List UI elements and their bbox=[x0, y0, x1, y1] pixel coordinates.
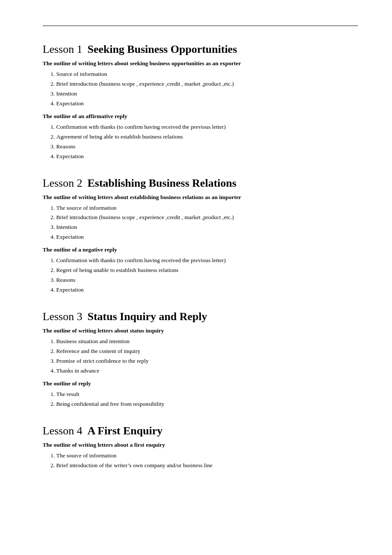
list-item: Expectation bbox=[56, 99, 358, 109]
list-item: Regret of being unable to establish busi… bbox=[56, 266, 358, 275]
list-item: Brief introduction of the writer’s own c… bbox=[56, 461, 358, 471]
outline-heading-lesson3-0: The outline of writing letters about sta… bbox=[43, 327, 358, 334]
list-item: Intention bbox=[56, 223, 358, 232]
lesson-name-lesson3: Status Inquiry and Reply bbox=[87, 310, 207, 323]
lesson-name-lesson4: A First Enquiry bbox=[87, 425, 162, 437]
list-item: The result bbox=[56, 390, 358, 399]
outline-list-lesson1-0: Source of informationBrief introduction … bbox=[56, 69, 358, 109]
lesson-section-lesson3: Lesson 3Status Inquiry and ReplyThe outl… bbox=[43, 310, 358, 409]
list-item: Reasons bbox=[56, 275, 358, 285]
outline-list-lesson2-0: The source of informationBrief introduct… bbox=[56, 203, 358, 243]
top-divider bbox=[43, 26, 358, 26]
list-item: Thanks in advance bbox=[56, 366, 358, 376]
list-item: Intention bbox=[56, 89, 358, 99]
list-item: Being confidential and free from respons… bbox=[56, 399, 358, 409]
outline-heading-lesson1-1: The outline of an affirmative reply bbox=[43, 113, 358, 120]
outline-list-lesson1-1: Confirmation with thanks (to confirm hav… bbox=[56, 122, 358, 162]
list-item: The source of information bbox=[56, 203, 358, 213]
outline-list-lesson3-0: Business situation and intentionReferenc… bbox=[56, 337, 358, 376]
list-item: Confirmation with thanks (to confirm hav… bbox=[56, 122, 358, 132]
lesson-name-lesson1: Seeking Business Opportunities bbox=[87, 43, 237, 56]
outline-heading-lesson2-0: The outline of writing letters about est… bbox=[43, 194, 358, 201]
list-item: Confirmation with thanks (to confirm hav… bbox=[56, 256, 358, 266]
list-item: Expectation bbox=[56, 152, 358, 162]
list-item: The source of information bbox=[56, 451, 358, 461]
outline-heading-lesson3-1: The outline of reply bbox=[43, 380, 358, 387]
list-item: Source of information bbox=[56, 69, 358, 79]
lesson-number-lesson2: Lesson 2 bbox=[43, 177, 82, 190]
list-item: Expectation bbox=[56, 232, 358, 242]
outline-list-lesson4-0: The source of informationBrief introduct… bbox=[56, 451, 358, 471]
outline-heading-lesson4-0: The outline of writing letters about a f… bbox=[43, 442, 358, 448]
lesson-title-lesson3: Lesson 3Status Inquiry and Reply bbox=[43, 310, 358, 323]
lesson-title-lesson4: Lesson 4A First Enquiry bbox=[43, 425, 358, 437]
list-item: Promise of strict confidence to the repl… bbox=[56, 356, 358, 366]
list-item: Brief introduction (business scope , exp… bbox=[56, 79, 358, 89]
list-item: Reasons bbox=[56, 142, 358, 152]
outline-heading-lesson2-1: The outline of a negative reply bbox=[43, 246, 358, 253]
outline-heading-lesson1-0: The outline of writing letters about see… bbox=[43, 60, 358, 67]
list-item: Brief introduction (business scope , exp… bbox=[56, 213, 358, 223]
list-item: Agreement of being able to establish bus… bbox=[56, 132, 358, 142]
lesson-number-lesson4: Lesson 4 bbox=[43, 425, 82, 437]
lesson-number-lesson3: Lesson 3 bbox=[43, 310, 82, 323]
lesson-section-lesson1: Lesson 1Seeking Business OpportunitiesTh… bbox=[43, 43, 358, 162]
list-item: Reference and the content of inquiry bbox=[56, 347, 358, 356]
list-item: Business situation and intention bbox=[56, 337, 358, 347]
lesson-title-lesson2: Lesson 2Establishing Business Relations bbox=[43, 177, 358, 190]
outline-list-lesson3-1: The resultBeing confidential and free fr… bbox=[56, 390, 358, 409]
lesson-title-lesson1: Lesson 1Seeking Business Opportunities bbox=[43, 43, 358, 56]
lesson-number-lesson1: Lesson 1 bbox=[43, 43, 82, 56]
list-item: Expectation bbox=[56, 285, 358, 295]
lesson-section-lesson4: Lesson 4A First EnquiryThe outline of wr… bbox=[43, 425, 358, 471]
outline-list-lesson2-1: Confirmation with thanks (to confirm hav… bbox=[56, 256, 358, 295]
lesson-name-lesson2: Establishing Business Relations bbox=[87, 177, 236, 190]
lesson-section-lesson2: Lesson 2Establishing Business RelationsT… bbox=[43, 177, 358, 295]
